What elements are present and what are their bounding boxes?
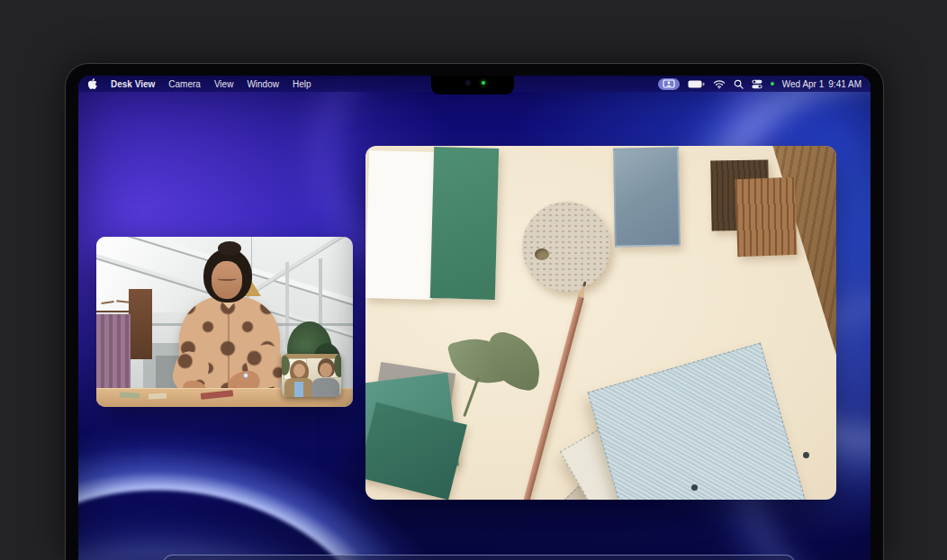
desk-view-window[interactable] — [365, 146, 836, 500]
swatch-grommet — [803, 452, 809, 458]
menu-item-app[interactable]: Desk View — [111, 79, 155, 89]
bottom-window-edge[interactable] — [163, 555, 795, 560]
eucalyptus-stem — [463, 377, 480, 417]
ring — [243, 373, 248, 378]
menu-item-help[interactable]: Help — [293, 79, 311, 89]
desk-swatch — [149, 393, 167, 399]
control-center-icon[interactable] — [752, 79, 762, 89]
green-status-dot — [771, 82, 774, 86]
screen-sharing-active-icon[interactable] — [658, 78, 680, 90]
presenter-eyes — [217, 276, 237, 281]
apple-logo-icon[interactable] — [87, 78, 97, 90]
felt-disc-hole — [535, 248, 549, 260]
foliage — [334, 354, 341, 377]
menu-item-view[interactable]: View — [214, 79, 234, 89]
blue-gray-tile-sample — [613, 147, 681, 247]
spotlight-search-icon[interactable] — [734, 79, 744, 89]
clothes-hanger — [116, 300, 130, 308]
call-participants-pip[interactable] — [282, 354, 341, 397]
brown-wood-sample — [735, 177, 798, 257]
camera-lens — [465, 80, 471, 86]
menu-item-camera[interactable]: Camera — [168, 79, 201, 89]
participant-woman-top — [294, 382, 303, 397]
screen: Desk View Camera View Window Help — [78, 76, 870, 560]
participant-man-face — [320, 363, 332, 377]
felt-disc-sample — [522, 202, 610, 292]
camera-indicator-led — [482, 81, 485, 85]
menu-item-window[interactable]: Window — [247, 79, 279, 89]
wifi-icon[interactable] — [713, 79, 726, 89]
wood-cabinet — [129, 289, 152, 359]
green-tile-sample — [430, 147, 499, 300]
fabric-swatch-blue — [588, 343, 816, 500]
participant-man-body — [311, 378, 339, 397]
eucalyptus-leaf — [482, 330, 547, 393]
wall-column — [285, 262, 289, 348]
menu-bar-date[interactable]: Wed Apr 1 — [782, 79, 825, 89]
window-beam — [282, 354, 341, 358]
menu-bar-clock[interactable]: 9:41 AM — [828, 79, 861, 89]
battery-icon[interactable] — [688, 80, 705, 88]
clothing-rack-rod — [96, 311, 143, 312]
macbook-frame: Desk View Camera View Window Help — [65, 63, 884, 560]
swatch-grommet — [691, 484, 698, 491]
presenter-hair-bun — [218, 241, 241, 256]
facetime-video-window[interactable] — [96, 237, 353, 407]
participant-woman-face — [293, 364, 305, 377]
white-tile-sample — [365, 150, 436, 300]
display-notch — [431, 76, 514, 95]
